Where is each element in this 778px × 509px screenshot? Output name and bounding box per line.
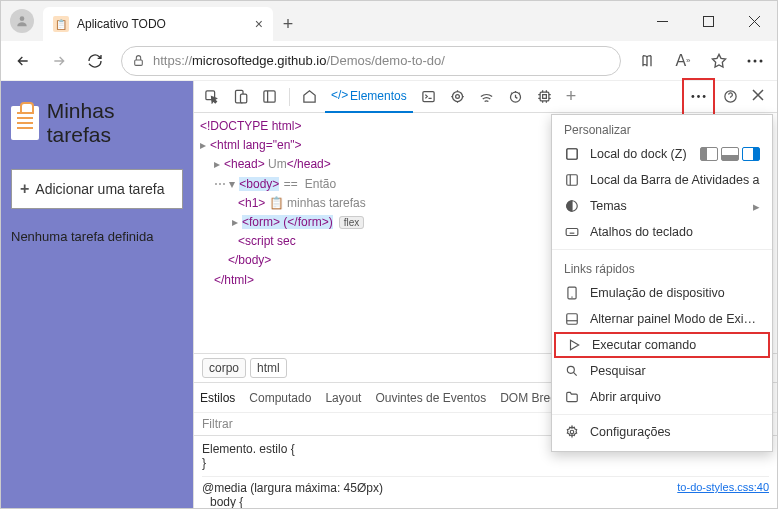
theme-icon <box>564 198 580 214</box>
clipboard-icon <box>11 106 39 140</box>
url-text: https://microsoftedge.github.io/Demos/de… <box>153 53 445 68</box>
svg-rect-27 <box>566 229 578 236</box>
favorites-button[interactable] <box>703 45 735 77</box>
search-icon <box>564 363 580 379</box>
performance-tab[interactable] <box>502 81 529 113</box>
menu-open-file[interactable]: Abrir arquivo <box>552 384 772 410</box>
gear-icon <box>564 424 580 440</box>
svg-rect-23 <box>567 149 578 160</box>
menu-section-customize: Personalizar <box>552 115 772 141</box>
menu-settings[interactable]: Configurações <box>552 419 772 445</box>
style-source-link[interactable]: to-do-styles.css:40 <box>677 481 769 493</box>
maximize-button[interactable] <box>685 1 731 41</box>
add-tab-button[interactable]: + <box>560 81 583 113</box>
devtools-customize-menu: Personalizar Local do dock (Z) Local da … <box>551 114 773 452</box>
menu-activity-bar-location[interactable]: Local da Barra de Atividades a <box>552 167 772 193</box>
svg-point-13 <box>455 95 459 99</box>
crumb-body[interactable]: corpo <box>202 358 246 378</box>
svg-point-0 <box>20 16 25 21</box>
memory-tab[interactable] <box>531 81 558 113</box>
menu-shortcuts[interactable]: Atalhos do teclado <box>552 219 772 245</box>
play-icon <box>566 337 582 353</box>
console-tab[interactable] <box>415 81 442 113</box>
browser-menu-button[interactable] <box>739 45 771 77</box>
minimize-button[interactable] <box>639 1 685 41</box>
add-task-label: Adicionar uma tarefa <box>35 181 164 197</box>
dock-bottom-option[interactable] <box>721 147 739 161</box>
window-titlebar: 📋 Aplicativo TODO × + <box>1 1 777 41</box>
svg-point-5 <box>754 59 757 62</box>
forward-button <box>43 45 75 77</box>
tab-favicon-icon: 📋 <box>53 16 69 32</box>
reading-view-button[interactable] <box>631 45 663 77</box>
device-icon <box>564 285 580 301</box>
back-button[interactable] <box>7 45 39 77</box>
help-button[interactable] <box>717 81 744 113</box>
menu-search[interactable]: Pesquisar <box>552 358 772 384</box>
menu-run-command[interactable]: Executar comando <box>554 332 770 358</box>
folder-icon <box>564 389 580 405</box>
tab-close-icon[interactable]: × <box>255 16 263 32</box>
new-tab-button[interactable]: + <box>273 7 303 41</box>
svg-rect-22 <box>567 149 578 160</box>
todo-app-panel: Minhas tarefas + Adicionar uma tarefa Ne… <box>1 81 193 508</box>
close-devtools-button[interactable] <box>746 81 773 113</box>
elements-tab-label: Elementos <box>350 89 407 103</box>
svg-point-18 <box>691 95 694 98</box>
dock-icon <box>564 146 580 162</box>
activity-bar-icon <box>564 172 580 188</box>
dock-left-option[interactable] <box>700 147 718 161</box>
svg-rect-9 <box>241 94 247 103</box>
svg-rect-16 <box>540 92 549 101</box>
devtools-more-button[interactable] <box>685 81 712 113</box>
crumb-html[interactable]: html <box>250 358 287 378</box>
reader-button[interactable]: A» <box>667 45 699 77</box>
svg-rect-30 <box>567 314 578 325</box>
refresh-button[interactable] <box>79 45 111 77</box>
subtab-layout[interactable]: Layout <box>325 391 361 405</box>
svg-rect-10 <box>264 91 275 102</box>
style-rule-body: body { <box>202 495 769 508</box>
devtools-tabbar: </> Elementos + <box>194 81 777 113</box>
svg-point-4 <box>748 59 751 62</box>
tab-title: Aplicativo TODO <box>77 17 247 31</box>
svg-rect-3 <box>135 60 143 65</box>
browser-tab[interactable]: 📋 Aplicativo TODO × <box>43 7 273 41</box>
svg-point-14 <box>452 92 462 102</box>
chevron-right-icon: ▸ <box>753 199 760 214</box>
svg-rect-24 <box>567 175 578 186</box>
code-icon: </> <box>331 88 346 103</box>
svg-point-33 <box>567 366 574 373</box>
svg-rect-1 <box>657 21 668 22</box>
dock-right-option[interactable] <box>742 147 760 161</box>
menu-themes[interactable]: Temas ▸ <box>552 193 772 219</box>
profile-button[interactable] <box>1 1 43 41</box>
svg-point-20 <box>703 95 706 98</box>
menu-device-emulation[interactable]: Emulação de dispositivo <box>552 280 772 306</box>
network-tab[interactable] <box>473 81 500 113</box>
plus-icon: + <box>20 180 29 198</box>
subtab-computed[interactable]: Computado <box>249 391 311 405</box>
elements-tab[interactable]: </> Elementos <box>325 81 413 113</box>
welcome-tab[interactable] <box>296 81 323 113</box>
svg-rect-12 <box>423 92 434 102</box>
close-window-button[interactable] <box>731 1 777 41</box>
app-heading: Minhas tarefas <box>47 99 183 147</box>
menu-toggle-quick-view[interactable]: Alternar painel Modo de Exibição Rápida <box>552 306 772 332</box>
keyboard-icon <box>564 224 580 240</box>
svg-marker-32 <box>571 340 579 349</box>
sources-tab[interactable] <box>444 81 471 113</box>
activity-bar-button[interactable] <box>256 81 283 113</box>
dock-options <box>700 147 760 161</box>
address-bar[interactable]: https://microsoftedge.github.io/Demos/de… <box>121 46 621 76</box>
menu-dock-location[interactable]: Local do dock (Z) <box>552 141 772 167</box>
svg-point-35 <box>570 430 574 434</box>
subtab-events[interactable]: Ouvintes de Eventos <box>375 391 486 405</box>
device-toggle-button[interactable] <box>227 81 254 113</box>
lock-icon <box>132 54 145 67</box>
subtab-dom-breakpoints[interactable]: DOM Bree <box>500 391 557 405</box>
add-task-button[interactable]: + Adicionar uma tarefa <box>11 169 183 209</box>
inspect-button[interactable] <box>198 81 225 113</box>
profile-avatar-icon <box>10 9 34 33</box>
subtab-styles[interactable]: Estilos <box>200 391 235 405</box>
